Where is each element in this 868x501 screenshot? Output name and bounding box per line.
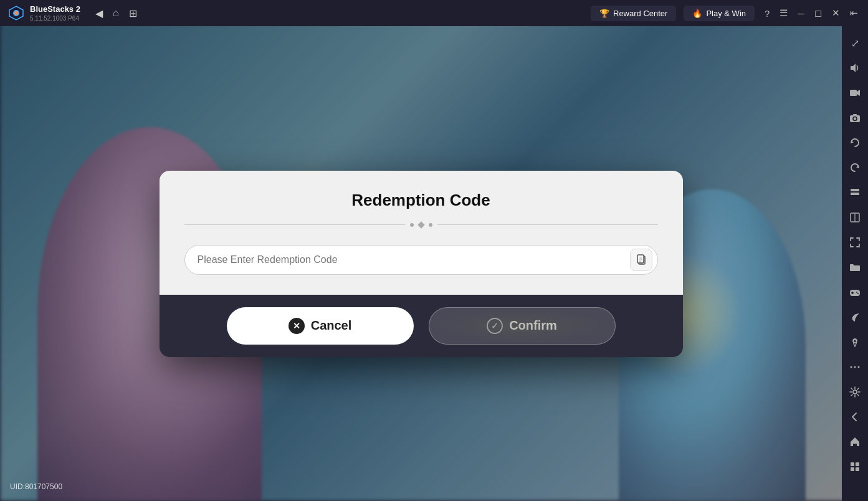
confirm-button[interactable]: ✓ Confirm [429,307,616,345]
bluestacks-logo [7,4,25,22]
grid-nav-icon[interactable]: ⊞ [129,7,137,19]
cancel-label: Cancel [311,318,352,333]
location-icon[interactable] [844,332,866,353]
app-info: BlueStacks 2 5.11.52.1003 P64 [30,4,80,22]
redemption-dialog: Redemption Code [160,171,683,357]
book-icon[interactable] [844,207,866,228]
volume-icon[interactable] [844,57,866,79]
svg-rect-11 [851,189,859,191]
svg-rect-28 [856,467,859,471]
paste-button[interactable] [630,249,652,271]
dialog-top: Redemption Code [160,171,683,295]
nav-buttons: ◀ ⌂ ⊞ [85,7,147,19]
folder-icon[interactable] [844,257,866,278]
minimize-icon[interactable]: ─ [798,8,804,19]
dialog-divider [184,222,658,227]
svg-rect-12 [851,193,859,195]
confirm-icon: ✓ [487,318,503,334]
dialog-bottom: ✕ Cancel ✓ Confirm [160,295,683,357]
home-sidebar-icon[interactable] [844,431,866,452]
apps-sidebar-icon[interactable] [844,456,866,477]
home-nav-icon[interactable]: ⌂ [113,7,119,19]
code-input-row [184,245,658,275]
play-win-button[interactable]: 🔥 Play & Win [684,6,755,21]
uid-label: UID:801707500 [10,482,62,491]
confirm-label: Confirm [509,318,557,333]
titlebar-center: 🏆 Reward Center 🔥 Play & Win [591,6,755,21]
app-name: BlueStacks 2 [30,4,80,14]
restore-icon[interactable]: ◻ [814,7,822,19]
play-btn-label: Play & Win [706,9,746,18]
more-options-icon[interactable] [844,356,866,378]
close-icon[interactable]: ✕ [832,7,840,19]
fullscreen-icon[interactable]: ⤢ [844,32,866,54]
svg-rect-25 [851,462,854,466]
video-record-icon[interactable] [844,82,866,103]
svg-rect-6 [850,115,860,122]
eco-icon[interactable] [844,307,866,328]
svg-rect-4 [850,90,857,96]
titlebar-left: BlueStacks 2 5.11.52.1003 P64 ◀ ⌂ ⊞ [0,4,591,22]
right-sidebar: ⤢ [842,26,868,501]
play-icon: 🔥 [692,9,702,18]
svg-point-19 [857,293,859,294]
reward-btn-label: Reward Center [613,9,667,18]
svg-point-22 [854,366,856,368]
paste-icon [636,254,647,265]
reward-center-button[interactable]: 🏆 Reward Center [591,6,676,21]
back-nav-icon[interactable]: ◀ [95,7,103,19]
rotate-cw-icon[interactable] [844,132,866,153]
menu-icon[interactable]: ☰ [780,7,788,19]
cancel-button[interactable]: ✕ Cancel [227,307,414,345]
svg-point-23 [858,366,860,368]
titlebar: BlueStacks 2 5.11.52.1003 P64 ◀ ⌂ ⊞ 🏆 Re… [0,0,868,26]
settings-icon[interactable] [844,381,866,403]
expand-icon[interactable]: ⇤ [850,7,858,19]
titlebar-right: ? ☰ ─ ◻ ✕ ⇤ [755,7,868,19]
screenshot-icon[interactable] [844,232,866,253]
svg-point-2 [14,11,18,15]
help-icon[interactable]: ? [765,8,770,19]
svg-marker-5 [857,90,860,96]
divider-line-left [184,224,405,225]
dialog-overlay: Redemption Code [0,26,842,501]
svg-marker-3 [851,64,856,72]
divider-dot-2 [429,223,432,227]
app-version: 5.11.52.1003 P64 [30,15,80,22]
dialog-title: Redemption Code [184,191,658,210]
reward-icon: 🏆 [599,9,609,18]
divider-dot-1 [410,223,414,227]
svg-point-24 [853,390,857,394]
svg-rect-26 [856,462,859,466]
cancel-icon: ✕ [289,318,305,334]
svg-point-21 [851,366,852,368]
redemption-code-input[interactable] [198,248,625,272]
divider-diamond [417,221,424,228]
rotate-ccw-icon[interactable] [844,157,866,178]
layers-icon[interactable] [844,182,866,203]
svg-point-18 [856,292,857,293]
back-sidebar-icon[interactable] [844,406,866,427]
camera-icon[interactable] [844,107,866,128]
divider-line-right [437,224,658,225]
svg-rect-27 [851,467,854,471]
svg-rect-8 [853,114,857,116]
gamepad-icon[interactable] [844,282,866,303]
